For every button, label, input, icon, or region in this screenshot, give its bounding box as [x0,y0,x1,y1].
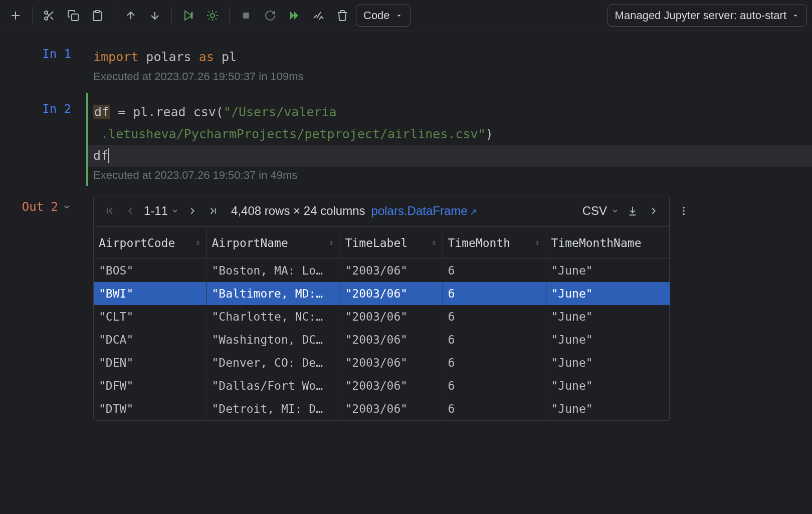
output-label[interactable]: Out 2 [22,200,71,214]
notebook-body: In 1 import polars as pl Executed at 202… [0,31,812,421]
table-cell[interactable]: "BOS" [94,259,207,282]
more-menu-icon[interactable] [678,205,689,219]
page-range-select[interactable]: 1-11 [144,204,179,218]
run-cell-button[interactable] [178,5,199,26]
chevron-down-icon [171,207,179,215]
run-all-button[interactable] [284,5,305,26]
svg-point-0 [45,11,48,14]
data-table[interactable]: AirportCode AirportName TimeLabel TimeMo… [94,226,670,420]
debug-button[interactable] [202,5,223,26]
sort-icon [431,239,438,246]
table-cell[interactable]: "June" [546,374,670,397]
first-page-button[interactable] [102,205,117,216]
table-cell[interactable]: "BWI" [94,282,207,305]
paste-button[interactable] [87,5,108,26]
export-format-select[interactable]: CSV [582,204,619,218]
table-cell[interactable]: "Baltimore, MD:… [207,282,340,305]
svg-marker-4 [185,11,192,20]
table-row[interactable]: "DFW""Dallas/Fort Wo…"2003/06"6"June" [94,374,670,397]
table-cell[interactable]: "Detroit, MI: D… [207,397,340,420]
sort-icon [194,239,201,246]
table-header-row: AirportCode AirportName TimeLabel TimeMo… [94,227,670,259]
table-cell[interactable]: 6 [443,259,546,282]
column-header[interactable]: AirportName [207,227,340,259]
next-page-button[interactable] [185,205,200,216]
table-row[interactable]: "DCA""Washington, DC…"2003/06"6"June" [94,328,670,351]
table-cell[interactable]: "June" [546,305,670,328]
column-header[interactable]: TimeMonth [443,227,546,259]
table-row[interactable]: "DTW""Detroit, MI: D…"2003/06"6"June" [94,397,670,420]
separator [114,7,114,25]
separator [32,7,33,25]
external-link-icon: ↗ [470,207,477,217]
column-header[interactable]: TimeLabel [340,227,443,259]
table-cell[interactable]: "CLT" [94,305,207,328]
cell-type-select[interactable]: Code [356,5,411,27]
stop-button[interactable] [236,5,257,26]
svg-point-1 [45,17,48,20]
table-cell[interactable]: "2003/06" [340,305,443,328]
code-line[interactable]: df = pl.read_csv("/Users/valeria [93,101,812,123]
table-cell[interactable]: 6 [443,305,546,328]
copy-button[interactable] [63,5,84,26]
table-cell[interactable]: 6 [443,328,546,351]
cell-out-2: Out 2 1-11 4,408 rows × 24 c [0,191,812,421]
table-cell[interactable]: 6 [443,374,546,397]
move-up-button[interactable] [120,5,141,26]
table-cell[interactable]: "2003/06" [340,351,443,374]
delete-cell-button[interactable] [332,5,353,26]
table-cell[interactable]: "Charlotte, NC:… [207,305,340,328]
table-cell[interactable]: "DTW" [94,397,207,420]
sort-icon [328,239,335,246]
cell-in-2[interactable]: In 2 df = pl.read_csv("/Users/valeria .l… [0,93,812,186]
table-cell[interactable]: "Boston, MA: Lo… [207,259,340,282]
clear-outputs-button[interactable] [308,5,329,26]
cut-button[interactable] [39,5,60,26]
table-cell[interactable]: "June" [546,328,670,351]
table-cell[interactable]: "Dallas/Fort Wo… [207,374,340,397]
cell-label: In 1 [42,47,71,61]
table-cell[interactable]: "June" [546,282,670,305]
svg-marker-7 [290,12,294,20]
server-select[interactable]: Managed Jupyter server: auto-start [607,5,807,27]
table-cell[interactable]: "June" [546,351,670,374]
svg-rect-3 [95,11,99,13]
download-button[interactable] [625,205,640,216]
table-cell[interactable]: "DFW" [94,374,207,397]
last-page-button[interactable] [206,205,221,216]
dataframe-type-link[interactable]: polars.DataFrame↗ [371,204,477,218]
table-cell[interactable]: 6 [443,351,546,374]
svg-point-5 [211,14,215,18]
cell-in-1[interactable]: In 1 import polars as pl Executed at 202… [0,38,812,87]
table-cell[interactable]: "DCA" [94,328,207,351]
table-cell[interactable]: 6 [443,397,546,420]
column-header[interactable]: AirportCode [94,227,207,259]
chevron-down-icon [611,207,619,215]
prev-page-button[interactable] [123,205,138,216]
table-cell[interactable]: "2003/06" [340,282,443,305]
next-output-button[interactable] [646,205,661,216]
table-cell[interactable]: "2003/06" [340,328,443,351]
table-cell[interactable]: "June" [546,259,670,282]
column-header[interactable]: TimeMonthName [546,227,670,259]
table-row[interactable]: "CLT""Charlotte, NC:…"2003/06"6"June" [94,305,670,328]
code-line[interactable]: .letusheva/PycharmProjects/petproject/ai… [93,123,812,145]
table-cell[interactable]: "DEN" [94,351,207,374]
restart-button[interactable] [260,5,281,26]
table-row[interactable]: "DEN""Denver, CO: De…"2003/06"6"June" [94,351,670,374]
table-cell[interactable]: "2003/06" [340,259,443,282]
svg-rect-2 [72,14,78,21]
code-line[interactable]: import polars as pl [93,46,812,68]
table-row[interactable]: "BOS""Boston, MA: Lo…"2003/06"6"June" [94,259,670,282]
table-cell[interactable]: "2003/06" [340,374,443,397]
code-line[interactable]: df [86,145,812,167]
table-cell[interactable]: "Washington, DC… [207,328,340,351]
table-cell[interactable]: 6 [443,282,546,305]
table-cell[interactable]: "Denver, CO: De… [207,351,340,374]
add-cell-button[interactable] [5,5,26,26]
move-down-button[interactable] [144,5,165,26]
server-label: Managed Jupyter server: auto-start [615,9,786,22]
table-cell[interactable]: "June" [546,397,670,420]
table-cell[interactable]: "2003/06" [340,397,443,420]
table-row[interactable]: "BWI""Baltimore, MD:…"2003/06"6"June" [94,282,670,305]
